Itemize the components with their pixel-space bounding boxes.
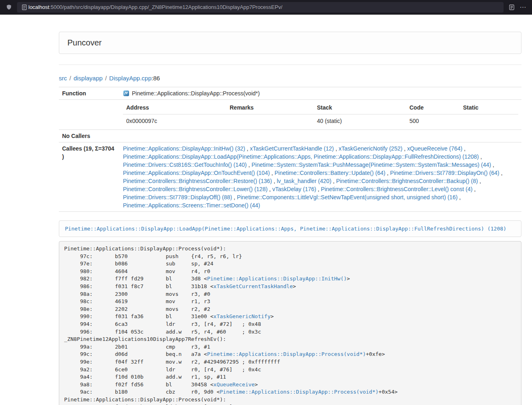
disassembly: Pinetime::Applications::DisplayApp::Proc… <box>59 241 521 405</box>
callee-link[interactable]: Pinetime::Drivers::St7789::DisplayOn() (… <box>390 170 499 176</box>
highlighted-symbol-panel: Pinetime::Applications::DisplayApp::Load… <box>59 220 521 237</box>
page: Puncover src/displayapp/DisplayApp.cpp:8… <box>0 15 521 405</box>
page-icon <box>20 2 28 13</box>
url-bar[interactable]: localhost:5000/path/src/displayapp/Displ… <box>17 2 504 13</box>
callees-list: Pinetime::Applications::DisplayApp::Init… <box>120 142 521 212</box>
col-header-address: Address <box>123 102 226 114</box>
callee-separator: , <box>267 186 272 192</box>
code-symbol-link[interactable]: Pinetime::Applications::DisplayApp::Proc… <box>207 351 366 357</box>
stack-value: 40 (static) <box>314 114 406 128</box>
callee-link[interactable]: xTaskGenericNotify (252) <box>338 145 402 152</box>
breadcrumb-item-src[interactable]: src <box>59 75 67 82</box>
function-table: Function Pinetime::Applications::Display… <box>59 87 521 212</box>
callee-separator: , <box>272 178 277 184</box>
callee-link[interactable]: Pinetime::Applications::DisplayApp::OnTo… <box>123 170 270 176</box>
callee-link[interactable]: Pinetime::Controllers::Battery::Update()… <box>275 170 386 176</box>
breadcrumb-line-number: :86 <box>151 75 160 82</box>
overflow-menu-icon[interactable]: ⋯ <box>517 2 529 13</box>
callee-separator: , <box>334 145 339 152</box>
url-path: :5000/path/src/displayapp/DisplayApp.cpp… <box>49 4 282 10</box>
callee-link[interactable]: vTaskDelay (176) <box>272 186 316 192</box>
function-detail-table: Address Remarks Stack Code Static 0x0000… <box>123 102 518 127</box>
callee-separator: , <box>491 162 494 168</box>
callee-separator: , <box>462 145 465 152</box>
callee-separator: , <box>332 178 336 184</box>
callee-link[interactable]: Pinetime::Controllers::BrightnessControl… <box>336 178 478 184</box>
table-row: 0x0000097c 40 (static) 500 <box>123 114 518 128</box>
callee-link[interactable]: Pinetime::Controllers::BrightnessControl… <box>123 186 267 192</box>
callee-link[interactable]: Pinetime::Controllers::BrightnessControl… <box>321 186 472 192</box>
function-detail-row: Address Remarks Stack Code Static 0x0000… <box>59 100 521 130</box>
code-symbol-link[interactable]: xTaskGenericNotify <box>213 313 271 319</box>
code-symbol-link[interactable]: xQueueReceive <box>213 381 255 388</box>
callee-link[interactable]: Pinetime::System::SystemTask::PushMessag… <box>252 162 491 168</box>
callees-row: Callees (19, Σ=3704 ) Pinetime::Applicat… <box>59 142 521 212</box>
col-header-static: Static <box>460 102 518 114</box>
page-title: Puncover <box>67 38 513 47</box>
breadcrumb-separator: / <box>105 75 107 82</box>
divider <box>59 65 521 65</box>
callee-separator: , <box>386 170 390 176</box>
callee-link[interactable]: xQueueReceive (764) <box>407 145 462 152</box>
callee-link[interactable]: xTaskGetCurrentTaskHandle (12) <box>250 145 334 152</box>
breadcrumb: src/displayapp/DisplayApp.cpp:86 <box>59 75 521 82</box>
callee-link[interactable]: Pinetime::Drivers::St7789::DisplayOff() … <box>123 194 232 200</box>
callee-separator: , <box>232 194 237 200</box>
static-value <box>460 114 518 128</box>
callee-link[interactable]: Pinetime::Applications::Screens::Timer::… <box>123 202 260 209</box>
url-host: localhost <box>28 4 49 10</box>
symbol-type-icon <box>123 90 129 97</box>
callee-separator: , <box>472 186 476 192</box>
function-name: Pinetime::Applications::DisplayApp::Proc… <box>132 89 260 97</box>
callee-separator: , <box>458 194 461 200</box>
highlighted-symbol-link[interactable]: Pinetime::Applications::DisplayApp::Load… <box>65 226 506 232</box>
function-label: Function <box>59 87 120 100</box>
callee-link[interactable]: Pinetime::Applications::DisplayApp::Init… <box>123 145 245 152</box>
callee-link[interactable]: Pinetime::Applications::DisplayApp::Load… <box>123 153 479 160</box>
callee-separator: , <box>478 178 481 184</box>
callee-separator: , <box>500 170 503 176</box>
callee-link[interactable]: lv_task_handler (420) <box>277 178 332 184</box>
code-symbol-link[interactable]: Pinetime::Applications::DisplayApp::Proc… <box>220 389 379 395</box>
breadcrumb-item-displayapp[interactable]: displayapp <box>73 75 103 82</box>
app-title-box: Puncover <box>59 32 521 54</box>
no-callers-label: No Callers <box>59 130 120 142</box>
code-symbol-link[interactable]: xTaskGetCurrentTaskHandle <box>213 283 293 289</box>
breadcrumb-item-file[interactable]: DisplayApp.cpp <box>109 75 151 82</box>
callee-separator: , <box>479 153 482 160</box>
breadcrumb-separator: / <box>69 75 71 82</box>
shield-icon[interactable] <box>3 2 15 13</box>
callee-separator: , <box>245 145 250 152</box>
address-value: 0x0000097c <box>123 114 226 128</box>
reader-mode-icon[interactable] <box>506 2 517 13</box>
col-header-code: Code <box>406 102 460 114</box>
callee-separator: , <box>316 186 321 192</box>
no-callers-row: No Callers <box>59 130 521 142</box>
callees-label: Callees (19, Σ=3704 ) <box>59 142 120 212</box>
code-symbol-link[interactable]: Pinetime::Applications::DisplayApp::Init… <box>207 276 347 282</box>
callee-link[interactable]: Pinetime::Controllers::BrightnessControl… <box>123 178 272 184</box>
col-header-remarks: Remarks <box>226 102 314 114</box>
function-row: Function Pinetime::Applications::Display… <box>59 87 521 100</box>
code-size-value: 500 <box>406 114 460 128</box>
callee-separator: , <box>247 162 252 168</box>
col-header-stack: Stack <box>314 102 406 114</box>
browser-chrome: localhost:5000/path/src/displayapp/Displ… <box>0 0 532 15</box>
callee-separator: , <box>270 170 275 176</box>
remarks-value <box>226 114 314 128</box>
callee-link[interactable]: Pinetime::Drivers::Cst816S::GetTouchInfo… <box>123 162 247 168</box>
callee-link[interactable]: Pinetime::Components::LittleVgl::SetNewT… <box>237 194 458 200</box>
callee-separator: , <box>403 145 407 152</box>
